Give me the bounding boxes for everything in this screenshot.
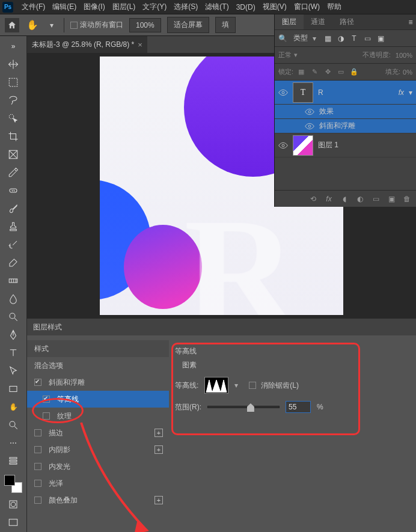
fx-badge[interactable]: fx <box>399 88 404 97</box>
zoom-level-button[interactable]: 100% <box>129 18 161 32</box>
lock-brush-icon[interactable]: ✎ <box>309 67 320 78</box>
brush-tool-icon[interactable] <box>5 202 21 215</box>
satin-checkbox[interactable] <box>34 480 41 487</box>
menu-filter[interactable]: 滤镜(T) <box>201 2 232 12</box>
scroll-all-windows-checkbox[interactable]: 滚动所有窗口 <box>70 20 123 30</box>
zoom-tool-icon[interactable] <box>5 418 21 432</box>
menu-3d[interactable]: 3D(D) <box>233 3 259 11</box>
pen-tool-icon[interactable] <box>5 328 21 341</box>
adjustment-layer-icon[interactable]: ◐ <box>355 194 366 204</box>
tab-channels[interactable]: 通道 <box>304 14 332 29</box>
menu-help[interactable]: 帮助 <box>323 2 345 12</box>
menu-edit[interactable]: 编辑(E) <box>49 2 80 12</box>
rectangle-tool-icon[interactable] <box>5 382 21 396</box>
blur-tool-icon[interactable] <box>5 292 21 305</box>
lock-pixel-icon[interactable]: ▦ <box>296 67 307 78</box>
frame-tool-icon[interactable] <box>5 148 21 161</box>
close-icon[interactable]: × <box>138 40 142 49</box>
tab-layers[interactable]: 图层 <box>275 14 304 29</box>
hand-tool-icon[interactable]: ✋ <box>25 18 40 32</box>
crop-tool-icon[interactable] <box>5 130 21 143</box>
layer-row[interactable]: 图层 1 <box>275 133 416 157</box>
move-tool-icon[interactable] <box>5 58 21 71</box>
contour-picker[interactable] <box>204 377 228 394</box>
add-inner-shadow-icon[interactable]: + <box>154 445 163 454</box>
home-icon[interactable] <box>5 18 19 32</box>
type-tool-icon[interactable] <box>5 346 21 359</box>
lock-artboard-icon[interactable]: ▭ <box>335 67 346 78</box>
delete-layer-icon[interactable]: 🗑 <box>402 194 412 204</box>
visibility-toggle[interactable] <box>305 121 314 131</box>
gradient-tool-icon[interactable] <box>5 274 21 287</box>
healing-tool-icon[interactable] <box>5 184 21 197</box>
layer-name[interactable]: R <box>318 88 323 97</box>
lasso-tool-icon[interactable] <box>5 94 21 107</box>
menu-view[interactable]: 视图(V) <box>259 2 290 12</box>
layer-effects-row[interactable]: 效果 <box>275 105 416 119</box>
marquee-tool-icon[interactable] <box>5 76 21 89</box>
tool-preset-dropdown[interactable]: ▾ <box>46 21 58 29</box>
bevel-checkbox[interactable] <box>34 379 41 386</box>
layer-thumbnail[interactable] <box>293 135 313 156</box>
edit-toolbar-icon[interactable] <box>5 454 21 468</box>
color-overlay-checkbox[interactable] <box>34 497 41 504</box>
menu-image[interactable]: 图像(I) <box>80 2 108 12</box>
layer-mask-icon[interactable]: ◖ <box>339 194 350 204</box>
quick-mask-icon[interactable] <box>5 498 21 511</box>
filter-smart-icon[interactable]: ▣ <box>375 33 386 44</box>
menu-type[interactable]: 文字(Y) <box>139 2 170 12</box>
blend-mode-dropdown[interactable]: 正常▾ <box>278 50 298 60</box>
layer-row[interactable]: T R fx ▾ <box>275 81 416 105</box>
layer-name[interactable]: 图层 1 <box>318 140 338 150</box>
visibility-toggle[interactable] <box>278 88 288 97</box>
more-tools-icon[interactable]: ⋯ <box>5 436 21 450</box>
eyedropper-tool-icon[interactable] <box>5 166 21 179</box>
filter-shape-icon[interactable]: ▭ <box>362 33 373 44</box>
fill-screen-button[interactable]: 填 <box>215 17 236 33</box>
link-layers-icon[interactable]: ⟲ <box>308 194 319 204</box>
visibility-toggle[interactable] <box>278 141 288 150</box>
layer-thumbnail-text[interactable]: T <box>293 82 313 103</box>
menu-file[interactable]: 文件(F) <box>18 2 49 12</box>
panel-menu-icon[interactable]: ≡ <box>405 17 416 28</box>
hand-tool-icon-side[interactable]: ✋ <box>5 400 21 414</box>
stamp-tool-icon[interactable] <box>5 220 21 233</box>
quick-select-tool-icon[interactable] <box>5 112 21 125</box>
fit-screen-button[interactable]: 适合屏幕 <box>167 17 209 33</box>
filter-kind-dropdown[interactable]: 类型▾ <box>290 32 320 44</box>
path-select-tool-icon[interactable] <box>5 364 21 378</box>
visibility-toggle[interactable] <box>305 107 314 117</box>
filter-adjust-icon[interactable]: ◑ <box>335 33 346 44</box>
filter-pixel-icon[interactable]: ▦ <box>322 33 333 44</box>
group-icon[interactable]: ▭ <box>370 194 381 204</box>
fx-expand-icon[interactable]: ▾ <box>409 88 412 97</box>
tab-paths[interactable]: 路径 <box>332 14 361 29</box>
filter-type-icon[interactable]: T <box>349 33 359 44</box>
color-swatches[interactable] <box>4 475 22 493</box>
screen-mode-icon[interactable] <box>5 516 21 529</box>
add-color-overlay-icon[interactable]: + <box>154 496 163 504</box>
add-stroke-icon[interactable]: + <box>154 429 163 437</box>
fill-value[interactable]: 0% <box>403 69 412 76</box>
lock-position-icon[interactable]: ✥ <box>322 67 333 78</box>
new-layer-icon[interactable]: ▣ <box>386 194 397 204</box>
menu-window[interactable]: 窗口(W) <box>290 2 323 12</box>
layer-fx-item[interactable]: 斜面和浮雕 <box>275 119 416 133</box>
search-icon[interactable]: 🔍 <box>278 34 287 43</box>
expand-tool-icon[interactable]: » <box>5 40 21 53</box>
blending-options-row[interactable]: 混合选项 <box>27 357 169 374</box>
range-slider[interactable] <box>207 406 280 408</box>
foreground-color-swatch[interactable] <box>4 475 15 486</box>
menu-select[interactable]: 选择(S) <box>170 2 201 12</box>
menu-layer[interactable]: 图层(L) <box>109 2 139 12</box>
dodge-tool-icon[interactable] <box>5 310 21 323</box>
document-tab[interactable]: 未标题-3 @ 25.8% (R, RGB/8) * × <box>27 36 147 53</box>
opacity-value[interactable]: 100% <box>396 52 412 59</box>
lock-all-icon[interactable]: 🔒 <box>349 67 359 78</box>
inner-glow-checkbox[interactable] <box>34 463 41 470</box>
bevel-emboss-row[interactable]: 斜面和浮雕 <box>27 374 169 391</box>
stroke-checkbox[interactable] <box>34 429 41 436</box>
history-brush-tool-icon[interactable] <box>5 238 21 251</box>
styles-header[interactable]: 样式 <box>27 340 169 357</box>
eraser-tool-icon[interactable] <box>5 256 21 269</box>
